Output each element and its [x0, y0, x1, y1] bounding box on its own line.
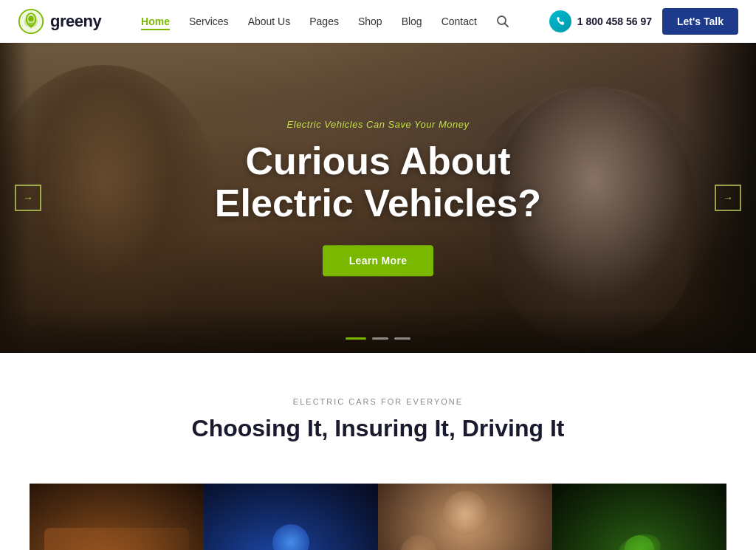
section-eyebrow: ELECTRIC CARS FOR EVERYONE [30, 397, 726, 406]
slider-next-button[interactable]: → [715, 185, 741, 211]
nav-home[interactable]: Home [141, 16, 170, 27]
hero-title-line1: Curious About [245, 140, 510, 182]
section-title: Choosing It, Insuring It, Driving It [30, 415, 726, 442]
hero-learn-more-button[interactable]: Learn More [323, 246, 433, 277]
card-3[interactable] [378, 484, 552, 550]
card-2[interactable] [204, 484, 378, 550]
svg-point-1 [28, 16, 33, 21]
header-right: 1 800 458 56 97 Let's Talk [549, 8, 738, 35]
hero-title: Curious About Electric Vehicles? [157, 140, 599, 224]
dot-1[interactable] [346, 337, 366, 340]
logo-icon [18, 8, 44, 35]
phone-number: 1 800 458 56 97 [577, 16, 652, 27]
nav-about[interactable]: About Us [248, 16, 291, 27]
nav-contact[interactable]: Contact [441, 16, 477, 27]
logo-text: greeny [50, 12, 101, 31]
slider-prev-button[interactable]: → [15, 185, 41, 211]
phone-icon [549, 10, 571, 32]
hero-content: Electric Vehicles Can Save Your Money Cu… [157, 119, 599, 276]
nav-services[interactable]: Services [189, 16, 229, 27]
card-1[interactable] [30, 484, 204, 550]
dot-3[interactable] [394, 337, 410, 340]
cards-grid [0, 484, 756, 550]
arrow-right-icon: → [723, 192, 733, 204]
nav-pages[interactable]: Pages [309, 16, 339, 27]
section-header: ELECTRIC CARS FOR EVERYONE Choosing It, … [0, 353, 756, 484]
card-4[interactable] [552, 484, 726, 550]
slider-dots [346, 337, 410, 340]
hero-section: Electric Vehicles Can Save Your Money Cu… [0, 43, 756, 353]
phone-wrap: 1 800 458 56 97 [549, 10, 652, 32]
logo[interactable]: greeny [18, 8, 101, 35]
search-icon[interactable] [496, 15, 509, 28]
cta-button[interactable]: Let's Talk [662, 8, 738, 35]
main-nav: Home Services About Us Pages Shop Blog C… [141, 15, 509, 28]
header: greeny Home Services About Us Pages Shop… [0, 0, 756, 43]
hero-subtitle: Electric Vehicles Can Save Your Money [157, 119, 599, 130]
dot-2[interactable] [372, 337, 388, 340]
hero-title-line2: Electric Vehicles? [215, 182, 541, 225]
arrow-left-icon: → [23, 192, 33, 204]
nav-shop[interactable]: Shop [358, 16, 382, 27]
nav-blog[interactable]: Blog [402, 16, 422, 27]
